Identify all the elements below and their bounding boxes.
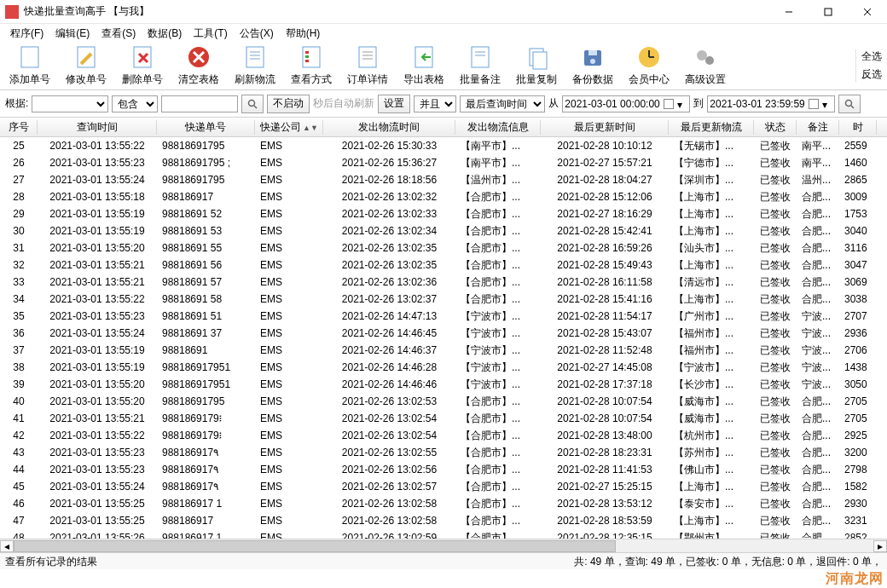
column-header[interactable]: 时 — [839, 120, 877, 135]
menu-item[interactable]: 帮助(H) — [281, 25, 326, 43]
edit-button[interactable]: 修改单号 — [61, 43, 111, 87]
menu-item[interactable]: 编辑(E) — [50, 25, 95, 43]
match-select[interactable]: 包含 — [112, 95, 158, 112]
advset-button[interactable]: 高级设置 — [681, 43, 730, 87]
table-row[interactable]: 472021-03-01 13:55:25988186917EMS2021-02… — [0, 512, 887, 529]
table-row[interactable]: 442021-03-01 13:55:23988186917٩EMS2021-0… — [0, 461, 887, 478]
member-button[interactable]: 会员中心 — [624, 43, 674, 87]
date-search-button[interactable] — [838, 95, 861, 113]
column-header[interactable]: 快递单号 — [157, 120, 255, 135]
select-all-button[interactable]: 全选 — [861, 49, 882, 64]
menu-item[interactable]: 工具(T) — [188, 25, 232, 43]
from-date[interactable]: 2021-03-01 00:00:00▾ — [562, 95, 690, 112]
table-row[interactable]: 462021-03-01 13:55:25988186917 1EMS2021-… — [0, 495, 887, 512]
to-date[interactable]: 2021-03-01 23:59:59▾ — [707, 95, 835, 112]
horizontal-scrollbar[interactable]: ◂ ▸ — [0, 539, 887, 552]
table-row[interactable]: 452021-03-01 13:55:24988186917٩EMS2021-0… — [0, 478, 887, 495]
menu-item[interactable]: 公告(X) — [235, 25, 279, 43]
detail-button[interactable]: 订单详情 — [343, 43, 392, 87]
autorefresh-label: 秒后自动刷新 — [313, 96, 374, 111]
table-row[interactable]: 332021-03-01 13:55:2198818691 57EMS2021-… — [0, 274, 887, 291]
table-row[interactable]: 392021-03-01 13:55:20988186917951EMS2021… — [0, 376, 887, 393]
batchcopy-button[interactable]: 批量复制 — [512, 43, 561, 87]
timefield-select[interactable]: 最后查询时间 — [460, 95, 545, 112]
column-header[interactable]: 查询时间 — [38, 120, 157, 135]
column-header[interactable]: 序号 — [0, 120, 38, 135]
table-row[interactable]: 422021-03-01 13:55:229881869179፧EMS2021-… — [0, 427, 887, 444]
nostart-button[interactable]: 不启动 — [267, 95, 310, 113]
cell: 已签收 — [754, 224, 797, 239]
cell: 2021-02-27 15:57:21 — [541, 157, 669, 169]
cell: 宁波... — [797, 309, 839, 324]
add-button[interactable]: 添加单号 — [5, 43, 55, 87]
scroll-track[interactable] — [14, 540, 873, 552]
table-row[interactable]: 252021-03-01 13:55:2298818691795EMS2021-… — [0, 137, 887, 154]
column-header[interactable]: 最后更新物流 — [669, 120, 754, 135]
column-header[interactable]: 备注 — [797, 120, 839, 135]
column-header[interactable]: 最后更新时间 — [541, 120, 669, 135]
viewmode-button[interactable]: 查看方式 — [287, 43, 336, 87]
scroll-left-icon[interactable]: ◂ — [0, 540, 14, 552]
invert-select-button[interactable]: 反选 — [861, 67, 882, 82]
table-row[interactable]: 272021-03-01 13:55:2498818691795EMS2021-… — [0, 171, 887, 188]
menu-item[interactable]: 程序(F) — [5, 25, 49, 43]
batchnote-button[interactable]: 批量备注 — [455, 43, 505, 87]
table-row[interactable]: 412021-03-01 13:55:219881869179፧EMS2021-… — [0, 410, 887, 427]
svg-rect-19 — [305, 55, 309, 58]
grid-body[interactable]: 252021-03-01 13:55:2298818691795EMS2021-… — [0, 137, 887, 551]
cell: 2021-03-01 13:55:22 — [38, 429, 157, 441]
menu-item[interactable]: 数据(B) — [142, 25, 187, 43]
menu-item[interactable]: 查看(S) — [96, 25, 141, 43]
export-button[interactable]: 导出表格 — [399, 43, 449, 87]
table-row[interactable]: 432021-03-01 13:55:23988186917٩EMS2021-0… — [0, 444, 887, 461]
column-header[interactable]: 发出物流时间 — [323, 120, 455, 135]
close-button[interactable] — [848, 0, 887, 24]
cell: 南平... — [797, 139, 839, 153]
column-header[interactable]: 快递公司▲▼ — [255, 120, 323, 135]
table-row[interactable]: 362021-03-01 13:55:2498818691 37EMS2021-… — [0, 325, 887, 342]
table-row[interactable]: 312021-03-01 13:55:2098818691 55EMS2021-… — [0, 239, 887, 257]
cell: 2021-02-26 15:36:27 — [323, 157, 455, 169]
table-row[interactable]: 382021-03-01 13:55:19988186917951EMS2021… — [0, 359, 887, 376]
scroll-thumb[interactable] — [14, 540, 616, 552]
cell: 已签收 — [754, 463, 797, 477]
table-row[interactable]: 262021-03-01 13:55:2398818691795 ;EMS202… — [0, 154, 887, 171]
cell: 【温州市】... — [455, 173, 541, 187]
keyword-input[interactable] — [161, 95, 238, 112]
maximize-button[interactable] — [809, 0, 848, 24]
cell: 42 — [0, 429, 38, 441]
cell: 2021-02-28 11:54:17 — [541, 310, 669, 322]
refresh-button[interactable]: 刷新物流 — [230, 43, 280, 87]
table-row[interactable]: 282021-03-01 13:55:18988186917EMS2021-02… — [0, 188, 887, 205]
backup-button[interactable]: 备份数据 — [568, 43, 617, 87]
cell: 【杭州市】... — [669, 429, 754, 443]
cell: 已签收 — [754, 446, 797, 460]
cell: 2021-02-28 18:04:27 — [541, 174, 669, 186]
export-icon — [410, 43, 438, 71]
clear-button[interactable]: 清空表格 — [174, 43, 223, 87]
minimize-button[interactable] — [769, 0, 809, 24]
table-row[interactable]: 302021-03-01 13:55:1998818691 53EMS2021-… — [0, 222, 887, 239]
field-select[interactable] — [32, 95, 108, 112]
table-row[interactable]: 342021-03-01 13:55:2298818691 58EMS2021-… — [0, 291, 887, 308]
column-header[interactable]: 发出物流信息 — [455, 120, 541, 135]
column-header[interactable]: 状态 — [754, 120, 797, 135]
table-row[interactable]: 292021-03-01 13:55:1998818691 52EMS2021-… — [0, 205, 887, 222]
cell: 1438 — [839, 361, 877, 373]
cell: 2021-02-28 18:23:31 — [541, 447, 669, 458]
settings-button[interactable]: 设置 — [378, 95, 410, 113]
search-button[interactable] — [241, 95, 264, 113]
cell: 【宁德市】... — [669, 156, 754, 170]
table-row[interactable]: 322021-03-01 13:55:2198818691 56EMS2021-… — [0, 257, 887, 274]
cell: 2021-03-01 13:55:21 — [38, 259, 157, 271]
table-row[interactable]: 372021-03-01 13:55:1998818691EMS2021-02-… — [0, 342, 887, 359]
logic-select[interactable]: 并且 — [414, 95, 456, 112]
scroll-right-icon[interactable]: ▸ — [873, 540, 887, 552]
cell: 已签收 — [754, 412, 797, 426]
cell: 2021-02-26 13:02:34 — [323, 225, 455, 237]
del-button[interactable]: 删除单号 — [118, 43, 167, 87]
table-row[interactable]: 402021-03-01 13:55:2098818691795EMS2021-… — [0, 393, 887, 410]
table-row[interactable]: 352021-03-01 13:55:2398818691 51EMS2021-… — [0, 308, 887, 325]
cell: 2021-02-28 13:53:12 — [541, 498, 669, 510]
cell: 988186917951 — [157, 361, 255, 373]
